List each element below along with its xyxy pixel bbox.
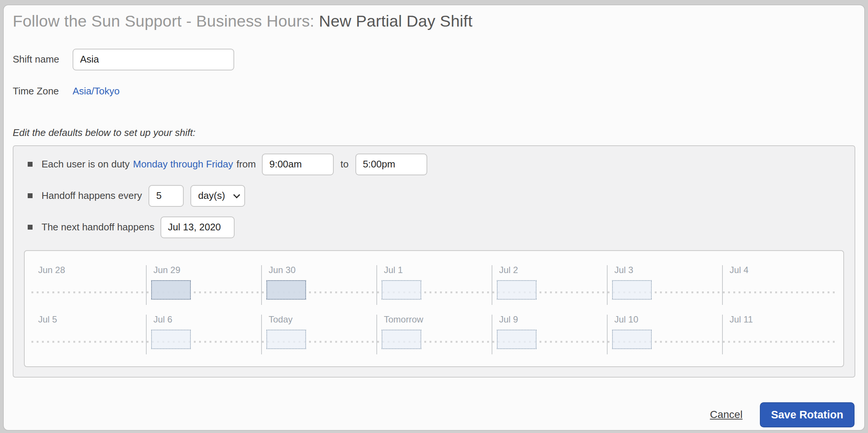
duty-days-row: Each user is on duty Monday through Frid… xyxy=(24,154,844,175)
bullet-icon xyxy=(28,193,33,198)
day-label: Jul 11 xyxy=(730,314,837,325)
calendar-day: Jul 3 xyxy=(607,264,722,314)
calendar-day: Jul 1 xyxy=(376,264,492,314)
calendar-day: Today xyxy=(261,314,376,363)
day-label: Jun 29 xyxy=(153,264,261,276)
shift-preview-calendar: Jun 28 Jun 29 Jun 30 Jul 1 Jul 2 xyxy=(24,250,844,367)
time-zone-label: Time Zone xyxy=(13,85,62,97)
calendar-day: Jun 28 xyxy=(31,264,146,314)
calendar-day: Jul 2 xyxy=(492,264,607,314)
calendar-day: Jun 30 xyxy=(261,264,376,314)
bullet-icon xyxy=(28,162,33,167)
calendar-day: Tomorrow xyxy=(376,314,492,363)
new-shift-dialog: Follow the Sun Support - Business Hours:… xyxy=(3,4,865,431)
shift-defaults-panel: Each user is on duty Monday through Frid… xyxy=(13,145,855,378)
calendar-week-row: Jul 5 Jul 6 Today Tomorrow Jul 9 xyxy=(31,314,837,363)
shift-name-label: Shift name xyxy=(13,54,62,65)
day-label: Jul 5 xyxy=(38,314,146,325)
shift-name-row: Shift name xyxy=(13,49,855,70)
shift-box xyxy=(612,330,652,349)
page-title-context: Follow the Sun Support - Business Hours: xyxy=(13,12,319,30)
shift-box xyxy=(151,330,191,349)
duty-end-time-input[interactable] xyxy=(355,154,427,175)
day-label: Jul 4 xyxy=(730,264,837,276)
shift-box xyxy=(382,330,421,349)
day-label: Jul 6 xyxy=(153,314,261,325)
shift-box xyxy=(151,280,191,300)
cancel-button[interactable]: Cancel xyxy=(710,409,742,421)
shift-box xyxy=(266,330,306,349)
next-handoff-row: The next handoff happens xyxy=(24,216,844,238)
handoff-interval-row: Handoff happens every day(s) xyxy=(24,185,844,207)
day-label: Jul 3 xyxy=(614,264,722,276)
day-label: Today xyxy=(269,314,376,325)
shift-name-input[interactable] xyxy=(73,49,234,70)
day-label: Tomorrow xyxy=(384,314,492,325)
duty-to-label: to xyxy=(340,158,349,170)
calendar-day: Jul 6 xyxy=(146,314,261,363)
page-title-shift-name: New Partial Day Shift xyxy=(319,12,472,30)
calendar-week-row: Jun 28 Jun 29 Jun 30 Jul 1 Jul 2 xyxy=(31,264,837,314)
next-handoff-prefix-text: The next handoff happens xyxy=(42,221,155,233)
calendar-day: Jul 4 xyxy=(722,264,837,314)
calendar-day: Jul 5 xyxy=(31,314,146,363)
day-label: Jun 30 xyxy=(269,264,376,276)
shift-box xyxy=(266,280,306,300)
calendar-day: Jul 9 xyxy=(492,314,607,363)
duty-start-time-input[interactable] xyxy=(262,154,334,175)
shift-box xyxy=(612,280,652,300)
shift-box xyxy=(497,280,537,300)
dialog-footer: Cancel Save Rotation xyxy=(13,402,855,427)
day-label: Jul 9 xyxy=(499,314,607,325)
duty-days-link[interactable]: Monday through Friday xyxy=(133,158,233,170)
shift-box xyxy=(382,280,421,300)
chevron-down-icon xyxy=(233,191,240,198)
page-title: Follow the Sun Support - Business Hours:… xyxy=(13,11,855,31)
day-label: Jul 2 xyxy=(499,264,607,276)
next-handoff-date-input[interactable] xyxy=(161,216,235,238)
shift-box xyxy=(497,330,537,349)
day-label: Jul 1 xyxy=(384,264,492,276)
duty-prefix-text: Each user is on duty xyxy=(42,158,130,170)
calendar-day: Jul 11 xyxy=(722,314,837,363)
handoff-unit-value: day(s) xyxy=(198,190,225,202)
duty-from-label: from xyxy=(236,158,256,170)
calendar-day: Jun 29 xyxy=(146,264,261,314)
save-rotation-button[interactable]: Save Rotation xyxy=(760,402,855,427)
day-label: Jun 28 xyxy=(38,264,146,276)
bullet-icon xyxy=(28,225,33,230)
handoff-interval-input[interactable] xyxy=(149,185,184,207)
edit-defaults-instructions: Edit the defaults below to set up your s… xyxy=(13,127,855,139)
handoff-prefix-text: Handoff happens every xyxy=(42,190,142,202)
time-zone-row: Time Zone Asia/Tokyo xyxy=(13,85,855,97)
calendar-day: Jul 10 xyxy=(607,314,722,363)
day-label: Jul 10 xyxy=(614,314,722,325)
time-zone-link[interactable]: Asia/Tokyo xyxy=(73,85,120,97)
handoff-unit-select[interactable]: day(s) xyxy=(190,185,245,207)
